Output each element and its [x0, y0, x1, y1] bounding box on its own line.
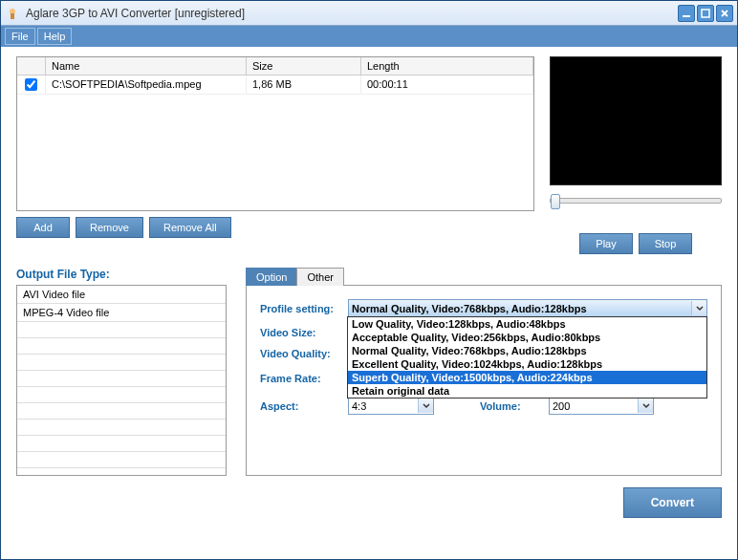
output-type-list[interactable]: AVI Video file MPEG-4 Video file	[16, 285, 227, 476]
file-panel: Name Size Length C:\SOFTPEDIA\Softpedia.…	[16, 56, 534, 254]
window-title: Aglare 3GP to AVI Converter [unregistere…	[26, 7, 678, 20]
file-row-size: 1,86 MB	[247, 75, 361, 94]
profile-option-excellent[interactable]: Excellent Quality, Video:1024kbps, Audio…	[348, 357, 706, 371]
volume-select[interactable]: 200	[549, 397, 654, 415]
convert-row: Convert	[246, 487, 722, 518]
video-preview	[550, 56, 722, 185]
app-icon	[5, 6, 20, 21]
videoquality-label: Video Quality:	[260, 348, 348, 359]
file-buttons: Add Remove Remove All	[16, 217, 534, 238]
file-checkbox[interactable]	[25, 78, 37, 91]
aspect-volume-row: Aspect: 4:3 Volume: 200	[260, 397, 707, 415]
profile-option-acceptable[interactable]: Acceptable Quality, Video:256kbps, Audio…	[348, 331, 706, 344]
main-content: Name Size Length C:\SOFTPEDIA\Softpedia.…	[1, 47, 737, 559]
svg-rect-2	[683, 15, 690, 17]
file-row-name: C:\SOFTPEDIA\Softpedia.mpeg	[46, 75, 247, 94]
output-item-avi[interactable]: AVI Video file	[17, 286, 226, 304]
file-row[interactable]: C:\SOFTPEDIA\Softpedia.mpeg 1,86 MB 00:0…	[17, 75, 533, 95]
remove-all-button[interactable]: Remove All	[149, 217, 231, 238]
bottom-row: Output File Type: AVI Video file MPEG-4 …	[16, 268, 722, 518]
videosize-label: Video Size:	[260, 327, 348, 338]
window-controls	[678, 5, 733, 22]
profile-option-normal[interactable]: Normal Quality, Video:768kbps, Audio:128…	[348, 344, 706, 357]
profile-row: Profile setting: Normal Quality, Video:7…	[260, 299, 707, 317]
output-column: Output File Type: AVI Video file MPEG-4 …	[16, 268, 227, 518]
profile-selected: Normal Quality, Video:768kbps, Audio:128…	[352, 303, 587, 314]
volume-label: Volume:	[480, 400, 549, 412]
minimize-button[interactable]	[678, 5, 695, 22]
play-button[interactable]: Play	[579, 233, 633, 254]
convert-button[interactable]: Convert	[623, 487, 722, 518]
profile-dropdown[interactable]: Low Quality, Video:128kbps, Audio:48kbps…	[347, 316, 707, 398]
preview-buttons: Play Stop	[550, 233, 722, 254]
chevron-down-icon	[638, 398, 653, 413]
col-check[interactable]	[17, 57, 46, 75]
aspect-label: Aspect:	[260, 400, 348, 412]
volume-col: Volume: 200	[480, 397, 707, 415]
profile-option-retain[interactable]: Retain original data	[348, 384, 706, 398]
profile-select[interactable]: Normal Quality, Video:768kbps, Audio:128…	[348, 299, 707, 317]
app-window: Aglare 3GP to AVI Converter [unregistere…	[0, 0, 738, 560]
remove-button[interactable]: Remove	[76, 217, 143, 238]
options-column: Option Other Profile setting: Normal Qua…	[246, 268, 722, 518]
profile-label: Profile setting:	[260, 303, 348, 314]
close-button[interactable]	[716, 5, 733, 22]
preview-column: Play Stop	[550, 56, 722, 254]
col-size[interactable]: Size	[247, 57, 361, 75]
menu-help[interactable]: Help	[37, 28, 73, 45]
framerate-label: Frame Rate:	[260, 373, 348, 384]
svg-rect-3	[702, 10, 709, 17]
aspect-col: Aspect: 4:3	[260, 397, 451, 415]
seek-slider-row	[550, 191, 722, 210]
col-name[interactable]: Name	[46, 57, 247, 75]
seek-slider[interactable]	[550, 198, 722, 204]
tab-other[interactable]: Other	[296, 268, 344, 286]
seek-thumb[interactable]	[551, 194, 560, 209]
maximize-button[interactable]	[697, 5, 714, 22]
output-item-mpeg4[interactable]: MPEG-4 Video file	[17, 304, 226, 322]
chevron-down-icon	[691, 301, 706, 315]
menubar: File Help	[1, 26, 737, 47]
top-row: Name Size Length C:\SOFTPEDIA\Softpedia.…	[16, 56, 722, 254]
tabs: Option Other	[246, 268, 722, 286]
options-panel: Profile setting: Normal Quality, Video:7…	[246, 285, 722, 476]
tab-option[interactable]: Option	[246, 268, 297, 286]
add-button[interactable]: Add	[16, 217, 70, 238]
svg-rect-1	[11, 13, 14, 19]
aspect-select[interactable]: 4:3	[348, 397, 434, 415]
output-type-label: Output File Type:	[16, 268, 227, 281]
volume-value: 200	[553, 400, 570, 412]
col-length[interactable]: Length	[361, 57, 533, 75]
stop-button[interactable]: Stop	[639, 233, 692, 254]
titlebar: Aglare 3GP to AVI Converter [unregistere…	[1, 1, 737, 26]
chevron-down-icon	[418, 398, 433, 413]
file-table: Name Size Length C:\SOFTPEDIA\Softpedia.…	[16, 56, 534, 211]
file-row-length: 00:00:11	[361, 75, 533, 94]
profile-option-superb[interactable]: Superb Quality, Video:1500kbps, Audio:22…	[348, 371, 706, 384]
profile-option-low[interactable]: Low Quality, Video:128kbps, Audio:48kbps	[348, 317, 706, 331]
file-row-check[interactable]	[17, 75, 46, 94]
menu-file[interactable]: File	[5, 28, 35, 45]
file-table-header: Name Size Length	[17, 57, 533, 75]
aspect-value: 4:3	[352, 400, 366, 412]
